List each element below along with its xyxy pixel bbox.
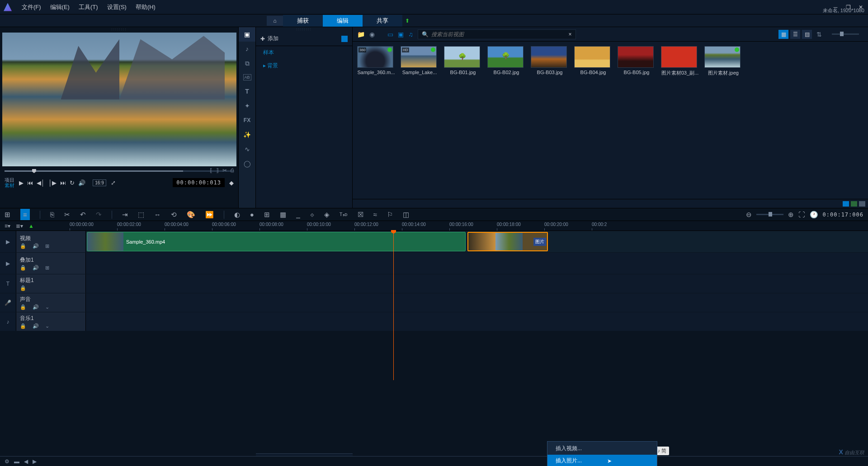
- clip-sample360[interactable]: Sample_360.mp4: [87, 232, 466, 251]
- text-icon[interactable]: T: [239, 84, 255, 99]
- filter-audio-icon[interactable]: ♫: [408, 31, 413, 38]
- rotate-icon[interactable]: ⟲: [171, 211, 177, 219]
- stretch-icon[interactable]: ↔: [154, 211, 161, 218]
- marker-icon[interactable]: ⚐: [387, 211, 393, 219]
- track-overlay1-lane[interactable]: [86, 253, 868, 274]
- motion-icon[interactable]: ⟐: [310, 211, 314, 218]
- chapter-icon[interactable]: ◫: [403, 211, 409, 219]
- loop-button[interactable]: ↻: [70, 179, 75, 186]
- category-background[interactable]: ▸ 背景: [256, 59, 352, 72]
- cut-icon[interactable]: ✂: [64, 211, 70, 219]
- import-icon[interactable]: 📁: [357, 31, 365, 38]
- fx-icon[interactable]: FX: [239, 113, 255, 127]
- audio-mix-icon[interactable]: ≈: [373, 211, 377, 218]
- mark-in-icon[interactable]: ⟦: [210, 167, 212, 174]
- category-sample[interactable]: 样本: [256, 46, 352, 59]
- cat-panel-grip[interactable]: ::::::::: [256, 27, 352, 32]
- add-folder-button[interactable]: ✚ 添加: [260, 35, 278, 42]
- track-visible-icon[interactable]: ⊞: [45, 243, 49, 249]
- mark-out-icon[interactable]: ⟧: [216, 167, 219, 174]
- tab-edit[interactable]: 编辑: [323, 15, 363, 27]
- prev-frame-button[interactable]: ◀│: [37, 179, 45, 186]
- path-icon[interactable]: ∿: [239, 142, 255, 156]
- filters-icon[interactable]: ✦: [239, 99, 255, 113]
- media-item[interactable]: BG-B02.jpg: [487, 46, 525, 76]
- track-music1-lane[interactable]: [86, 312, 868, 331]
- clear-search-icon[interactable]: ×: [568, 31, 571, 38]
- media-item[interactable]: 360Sample_360.m...: [357, 46, 395, 76]
- pin-icon[interactable]: [341, 36, 348, 42]
- menu-tools[interactable]: 工具(T): [74, 3, 103, 11]
- preview-timecode[interactable]: 00:00:00:013: [173, 178, 225, 187]
- media-library-icon[interactable]: ▣: [239, 27, 255, 42]
- view-detail-button[interactable]: ▤: [802, 30, 812, 39]
- panel-grip[interactable]: ::::::::: [0, 27, 238, 32]
- view-thumb-button[interactable]: ▦: [778, 30, 788, 39]
- zoom-slider[interactable]: [756, 214, 783, 215]
- track-title1-lane[interactable]: [86, 274, 868, 293]
- split-icon[interactable]: ✂: [222, 167, 227, 174]
- tab-capture[interactable]: 捕获: [283, 15, 323, 27]
- timeline-ruler[interactable]: 00:00:00:0000:00:02:0000:00:04:0000:00:0…: [70, 221, 868, 231]
- tc-spinner[interactable]: ◆: [229, 179, 234, 186]
- menu-file[interactable]: 文件(F): [17, 3, 46, 11]
- foot-icon-3[interactable]: [859, 201, 865, 207]
- fit-icon[interactable]: ⛶: [798, 211, 805, 218]
- snapshot-icon[interactable]: ⎙: [231, 167, 234, 174]
- playhead[interactable]: [393, 231, 394, 380]
- crop-icon[interactable]: ⬚: [138, 211, 144, 219]
- media-item[interactable]: BG-B05.jpg: [618, 46, 656, 76]
- clock-icon[interactable]: 🕐: [810, 211, 818, 219]
- menu-settings[interactable]: 设置(S): [103, 3, 131, 11]
- next-frame-button[interactable]: │▶: [48, 179, 57, 186]
- copy-icon[interactable]: ⎘: [50, 211, 54, 218]
- tab-share[interactable]: 共享: [363, 15, 402, 27]
- track-options-icon[interactable]: ≡▾: [5, 223, 10, 229]
- multi-icon[interactable]: ▦: [280, 211, 286, 219]
- foot-icon-2[interactable]: [851, 201, 857, 207]
- track-mute-icon[interactable]: 🔊: [33, 304, 39, 310]
- timeline-timecode[interactable]: 0:00:17:006: [823, 212, 863, 218]
- track-mute-icon[interactable]: 🔊: [33, 243, 39, 249]
- media-item[interactable]: HDSample_Lake...: [401, 46, 439, 76]
- redo-icon[interactable]: ↷: [96, 211, 102, 219]
- resize-icon[interactable]: ⤢: [111, 179, 116, 186]
- timeline-view-icon[interactable]: ≡: [20, 209, 30, 220]
- view-list-button[interactable]: ☰: [790, 30, 800, 39]
- menu-help[interactable]: 帮助(H): [131, 3, 160, 11]
- track-collapse-icon[interactable]: ▲: [28, 223, 34, 229]
- track-mute-icon[interactable]: 🔊: [33, 265, 39, 271]
- track-icon[interactable]: ⎯: [296, 211, 300, 218]
- upload-icon[interactable]: ⬆: [405, 18, 410, 24]
- filter-video-icon[interactable]: ▭: [387, 31, 393, 38]
- track-lock-icon[interactable]: 🔒: [20, 285, 26, 291]
- media-item[interactable]: 图片素材.jpeg: [704, 46, 742, 76]
- track-mute-icon[interactable]: 🔊: [33, 323, 39, 329]
- zoom-in-icon[interactable]: ⊕: [788, 211, 794, 219]
- menu-edit[interactable]: 编辑(E): [46, 3, 74, 11]
- home-button[interactable]: ⌂: [267, 16, 283, 26]
- project-mode-label[interactable]: 项目: [5, 177, 14, 183]
- mask-icon[interactable]: ◐: [234, 211, 240, 219]
- 3d-title-icon[interactable]: T₃ᴅ: [340, 212, 348, 217]
- thumb-size-slider[interactable]: [832, 33, 859, 35]
- aspect-ratio[interactable]: 16:9: [93, 179, 106, 186]
- sb-folder-icon[interactable]: ▬: [14, 458, 19, 465]
- titles-icon[interactable]: AB: [243, 74, 251, 80]
- search-input[interactable]: [431, 31, 566, 38]
- track-video-lane[interactable]: Sample_360.mp4 图片: [86, 231, 868, 252]
- sb-next-icon[interactable]: ▶: [33, 458, 37, 465]
- media-item[interactable]: BG-B04.jpg: [574, 46, 612, 76]
- grid-icon[interactable]: ⊞: [264, 211, 270, 219]
- track-lock-icon[interactable]: 🔒: [20, 265, 26, 271]
- track-lock-icon[interactable]: 🔒: [20, 304, 26, 310]
- chroma-icon[interactable]: ●: [250, 211, 254, 218]
- foot-icon-1[interactable]: [843, 201, 849, 207]
- track-expand-icon[interactable]: ⌄: [45, 304, 49, 310]
- color-icon[interactable]: 🎨: [187, 211, 195, 219]
- sort-icon[interactable]: ⇅: [816, 31, 822, 38]
- track-lock-icon[interactable]: 🔒: [20, 243, 26, 249]
- undo-icon[interactable]: ↶: [80, 211, 86, 219]
- volume-button[interactable]: 🔊: [78, 179, 85, 186]
- goto-end-button[interactable]: ⏭: [60, 179, 66, 186]
